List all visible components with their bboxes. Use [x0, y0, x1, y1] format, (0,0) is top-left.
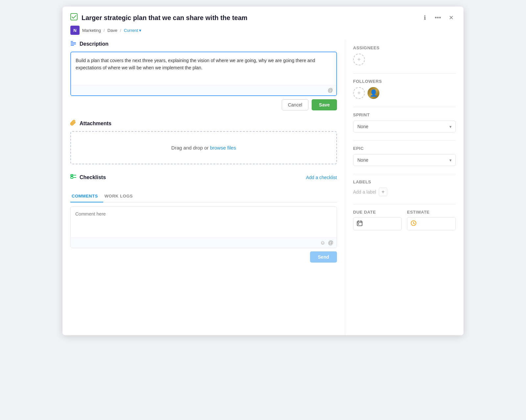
follower-avatar: 👤 — [368, 87, 379, 99]
description-header: Description — [70, 40, 337, 48]
sprint-select-wrapper: None Sprint 1 Sprint 2 ▾ — [353, 121, 456, 132]
modal-body: Description Build a plan that covers the… — [62, 40, 464, 335]
description-icon — [70, 40, 76, 48]
estimate-input[interactable] — [418, 221, 452, 226]
tabs-bar: COMMENTS WORK LOGS — [70, 190, 337, 202]
svg-rect-13 — [358, 223, 359, 224]
comment-input[interactable] — [71, 207, 337, 236]
description-text[interactable]: Build a plan that covers the next three … — [71, 52, 336, 85]
sprint-select[interactable]: None Sprint 1 Sprint 2 — [353, 121, 456, 132]
followers-row: + 👤 — [353, 87, 456, 99]
followers-section: Followers + 👤 — [353, 79, 456, 99]
divider-3 — [353, 140, 456, 141]
attachments-title: Attachments — [80, 121, 111, 127]
divider-1 — [353, 73, 456, 74]
epic-title: Epic — [353, 146, 456, 151]
add-assignee-icon: + — [357, 56, 361, 63]
epic-select[interactable]: None Epic 1 Epic 2 — [353, 154, 456, 166]
at-mention-button[interactable]: @ — [328, 87, 333, 93]
add-label-placeholder: Add a label — [353, 189, 376, 195]
svg-rect-7 — [71, 177, 73, 178]
task-modal: Larger strategic plan that we can share … — [62, 7, 464, 335]
estimate-section: Estimate — [407, 210, 456, 230]
divider-5 — [353, 204, 456, 204]
estimate-title: Estimate — [407, 210, 456, 215]
estimate-wrapper — [407, 217, 456, 230]
send-button[interactable]: Send — [310, 251, 337, 263]
browse-files-link[interactable]: browse files — [210, 145, 236, 151]
page-title: Larger strategic plan that we can share … — [82, 14, 420, 22]
chevron-down-icon: ▾ — [139, 28, 141, 33]
description-textarea-wrapper: Build a plan that covers the next three … — [70, 52, 337, 96]
tabs-section: COMMENTS WORK LOGS ☺ @ Send — [70, 190, 337, 263]
add-assignee-button[interactable]: + — [353, 54, 365, 65]
attachments-header: Attachments — [70, 120, 337, 127]
breadcrumb-status[interactable]: Current ▾ — [124, 28, 141, 33]
sprint-section: Sprint None Sprint 1 Sprint 2 ▾ — [353, 112, 456, 132]
divider-2 — [353, 107, 456, 107]
due-estimate-row: Due date — [353, 210, 456, 230]
description-toolbar: @ — [71, 85, 336, 95]
attachment-icon — [70, 120, 76, 127]
sprint-title: Sprint — [353, 112, 456, 117]
svg-line-16 — [414, 223, 415, 224]
attachment-drop-zone[interactable]: Drag and drop or browse files — [70, 131, 337, 164]
checklists-section: Checklists Add a checklist — [70, 174, 337, 181]
comment-box: ☺ @ — [70, 206, 337, 248]
header-actions: ℹ ••• ✕ — [420, 13, 456, 22]
task-check-icon — [70, 13, 78, 22]
due-date-title: Due date — [353, 210, 402, 215]
more-options-button[interactable]: ••• — [433, 13, 442, 22]
tab-worklogs[interactable]: WORK LOGS — [103, 190, 138, 202]
breadcrumb-workspace: Marketing — [82, 28, 101, 33]
description-title: Description — [80, 41, 108, 47]
labels-section: Labels Add a label + — [353, 179, 456, 196]
tab-comments[interactable]: COMMENTS — [70, 190, 103, 202]
cancel-button[interactable]: Cancel — [282, 99, 309, 110]
left-panel: Description Build a plan that covers the… — [62, 40, 345, 335]
info-button[interactable]: ℹ — [420, 13, 429, 22]
epic-section: Epic None Epic 1 Epic 2 ▾ — [353, 146, 456, 166]
add-follower-button[interactable]: + — [353, 87, 365, 99]
comment-actions: Send — [70, 251, 337, 263]
checklist-icon — [70, 174, 76, 181]
assignees-row: + — [353, 54, 456, 65]
due-date-wrapper — [353, 217, 402, 230]
description-actions: Cancel Save — [70, 99, 337, 110]
labels-title: Labels — [353, 179, 456, 184]
attachments-section: Attachments Drag and drop or browse file… — [70, 120, 337, 164]
drop-text: Drag and drop or — [171, 145, 210, 151]
due-date-input[interactable] — [365, 221, 398, 226]
modal-header: Larger strategic plan that we can share … — [62, 7, 464, 26]
assignees-title: Assignees — [353, 45, 456, 50]
assignees-section: Assignees + — [353, 45, 456, 65]
at-mention-comment-button[interactable]: @ — [328, 240, 333, 246]
due-date-section: Due date — [353, 210, 402, 230]
description-section: Description Build a plan that covers the… — [70, 40, 337, 110]
add-label-button[interactable]: + — [379, 188, 387, 196]
comment-toolbar: ☺ @ — [71, 238, 337, 248]
add-checklist-button[interactable]: Add a checklist — [306, 175, 337, 180]
clock-icon — [411, 220, 417, 227]
svg-rect-9 — [357, 221, 362, 226]
save-button[interactable]: Save — [312, 99, 337, 110]
follower-photo: 👤 — [368, 87, 379, 99]
epic-select-wrapper: None Epic 1 Epic 2 ▾ — [353, 154, 456, 166]
labels-row: Add a label + — [353, 188, 456, 196]
close-button[interactable]: ✕ — [446, 13, 456, 22]
divider-4 — [353, 174, 456, 174]
checklists-header: Checklists Add a checklist — [70, 174, 337, 181]
followers-title: Followers — [353, 79, 456, 84]
add-follower-icon: + — [357, 90, 361, 97]
emoji-button[interactable]: ☺ — [320, 240, 325, 246]
calendar-icon — [357, 220, 363, 227]
breadcrumb: N Marketing / Dave / Current ▾ — [62, 26, 464, 40]
right-panel: Assignees + Followers + 👤 — [345, 40, 464, 335]
svg-rect-0 — [71, 13, 77, 20]
avatar: N — [70, 26, 80, 35]
breadcrumb-user: Dave — [108, 28, 117, 33]
checklists-title: Checklists — [80, 175, 106, 180]
